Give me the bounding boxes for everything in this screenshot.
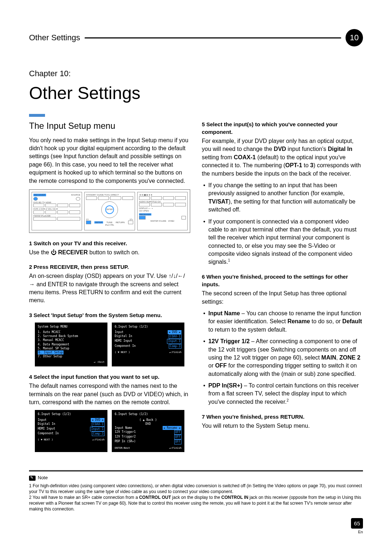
page-header: Other Settings 10	[29, 29, 363, 46]
step4-body: The default names correspond with the na…	[29, 382, 190, 406]
remote-panel-1: RECEIVERSOURCE DVD BD TV HDMI DVR-1 DVR-…	[32, 192, 82, 230]
lbl-source: SOURCE	[71, 194, 81, 196]
setup-button-icon	[86, 221, 91, 224]
osd4-back: ( ▲ Back )	[115, 418, 181, 422]
remote-panel-2: STANDBY GUIDE TOOL DIRECT ENTER ST-ST+ S…	[84, 192, 135, 230]
power-icon	[33, 197, 38, 201]
osd3-title: 6.Input Setup (1/2)	[38, 412, 105, 416]
step6-trigger: 12V Trigger 1/2 – After connecting a com…	[202, 337, 363, 378]
step1-body: Use the ⏻ RECEIVER button to switch on.	[29, 249, 190, 257]
osd2-foot-l: ( ▼ NEXT )	[115, 351, 130, 354]
osd-input-setup-c: 6.Input Setup (1/2) ( ▲ Back ) DVD Input…	[112, 410, 184, 452]
lbl-setup: SETUP	[94, 221, 103, 224]
step2-head: 2 Press RECEIVER, then press SETUP.	[29, 263, 190, 271]
btn-receiver: RECEIVER	[33, 194, 46, 196]
header-rule	[85, 37, 341, 38]
audio-row: AUDIO SUBTITLE CH	[139, 201, 186, 203]
step7-body: You will return to the System Setup menu…	[202, 422, 363, 430]
step6-inputname: Input Name – You can choose to rename th…	[202, 309, 363, 334]
receiver-btn2	[139, 216, 146, 219]
step5-body1: For example, if your DVD player only has…	[202, 137, 363, 178]
right-column: 5 Select the input(s) to which you've co…	[202, 114, 363, 456]
row-fm: FM/AM iPod/USB	[33, 215, 80, 217]
osd4-title: 6.Input Setup (1/2)	[115, 412, 181, 416]
lbl-return: RETURN	[116, 221, 125, 224]
enter-button: ENTER	[105, 205, 114, 214]
step7-head: 7 When you're finished, press RETURN.	[202, 413, 363, 420]
footnote-1: 1 For high-definition video (using compo…	[29, 483, 363, 495]
zone-btn	[181, 216, 186, 219]
step6-intro: The second screen of the Input Setup has…	[202, 290, 363, 306]
step4-head: 4 Select the input function that you wan…	[29, 373, 190, 381]
ch-row: CH OPEN	[139, 210, 186, 212]
row-dvr: DVR-1 DVR-2 VDL CD-R	[33, 208, 80, 210]
osd4-foot-l: ENTER:Next	[115, 447, 130, 450]
page-lang: En	[29, 529, 363, 535]
remote-figure: RECEIVERSOURCE DVD BD TV HDMI DVR-1 DVR-…	[29, 189, 190, 233]
step2-body: An on-screen display (OSD) appears on yo…	[29, 272, 190, 305]
intro-text: You only need to make settings in the In…	[29, 136, 190, 185]
page-title: Other Settings	[29, 81, 363, 105]
osd-input-setup-b: 6.Input Setup (1/2) Input◄ DVD ►Digital …	[35, 410, 107, 452]
page-number: 65 En	[29, 518, 363, 535]
accent-bar	[29, 114, 45, 117]
lbl-receiver2: RECEIVER	[139, 213, 152, 216]
note-label-row: Note	[29, 475, 363, 481]
standby-icon	[76, 197, 80, 201]
lbl-tune: TUNE	[106, 221, 112, 224]
footnote-2: 2 You will have to make an SR+ cable con…	[29, 495, 363, 512]
note-label: Note	[38, 475, 48, 481]
step5-bullet2: If your component is connected via a com…	[202, 218, 363, 267]
remote-panel-3: ◄◄ ▮▮ ■ ►► AUDIO SUBTITLE CH DISPLAY + -…	[137, 192, 188, 230]
return-button-icon	[128, 221, 133, 224]
osd4-foot-r: ↵:Finish	[169, 447, 181, 450]
dpad-outer: ENTER	[101, 201, 118, 218]
section-title: The Input Setup menu	[29, 120, 190, 132]
step6-pdp: PDP In(SR+) – To control certain functio…	[202, 382, 363, 406]
chapter-badge: 10	[346, 29, 363, 46]
row-tools: STANDBY GUIDE TOOL DIRECT	[86, 194, 133, 196]
left-column: The Input Setup menu You only need to ma…	[29, 114, 190, 456]
step5-bullet1: If you change the setting to an input th…	[202, 181, 363, 214]
step6-head: 6 When you're finished, proceed to the s…	[202, 273, 363, 288]
osd-input-setup-a: 6.Input Setup (1/2) Input◄ DVD ►Digital …	[112, 323, 184, 366]
step1-head: 1 Switch on your TV and this receiver.	[29, 239, 190, 247]
lbl-zone: ZONE2	[168, 220, 174, 222]
step5-head: 5 Select the input(s) to which you've co…	[202, 120, 363, 136]
osd2-title: 6.Input Setup (1/2)	[115, 325, 181, 329]
footnote-rule	[29, 470, 363, 472]
note-icon	[29, 476, 36, 481]
osd2-foot-r: ↵:Finish	[169, 351, 181, 354]
osd3-foot-r: ↵:Finish	[92, 438, 105, 442]
display-row: DISPLAY + - +	[139, 207, 186, 210]
osd4-sub: DVD	[115, 422, 181, 426]
osd-system-menu: System Setup MENU 1. Auto MCACC2. Surrou…	[35, 323, 107, 366]
header-title: Other Settings	[29, 32, 80, 44]
osd3-foot-l: ( ▼ NEXT )	[38, 438, 53, 442]
page-number-value: 65	[351, 518, 363, 529]
transport-row: ◄◄ ▮▮ ■ ►►	[139, 194, 186, 196]
step3-head: 3 Select 'Input Setup' from the System S…	[29, 311, 190, 319]
osd1-foot: ↵ :Exit	[94, 361, 105, 364]
chapter-label: Chapter 10:	[29, 68, 363, 79]
row-dvd: DVD BD TV HDMI	[33, 201, 80, 204]
osd1-title: System Setup MENU	[38, 325, 105, 329]
